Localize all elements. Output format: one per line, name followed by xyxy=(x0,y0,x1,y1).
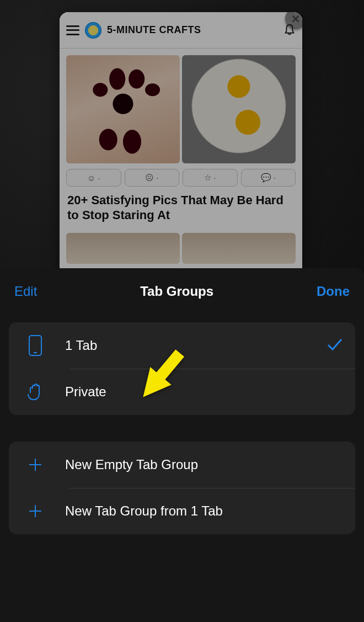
sheet-title: Tab Groups xyxy=(140,284,213,299)
bell-icon[interactable] xyxy=(283,23,296,38)
row-label: New Empty Tab Group xyxy=(50,457,343,472)
tab-group-row-tabs[interactable]: 1 Tab xyxy=(9,322,355,369)
tab-group-row-private[interactable]: Private xyxy=(9,369,355,415)
row-label: 1 Tab xyxy=(50,338,326,353)
done-button[interactable]: Done xyxy=(317,284,350,299)
preview-headline: 20+ Satisfying Pics That May Be Hard to … xyxy=(66,193,296,223)
react-comment[interactable]: 💬 · xyxy=(241,169,296,187)
preview-header: 5-MINUTE CRAFTS xyxy=(60,12,302,49)
preview-image-nails xyxy=(66,55,180,163)
hand-icon xyxy=(21,382,50,402)
checkmark-icon xyxy=(326,337,343,354)
plus-icon xyxy=(21,457,50,472)
sheet-header: Edit Tab Groups Done xyxy=(0,272,364,313)
preview-body: ☺ · ☹ · ☆ · 💬 · 20+ Satisfying Pics That… xyxy=(60,49,302,270)
new-tab-group-from-tabs[interactable]: New Tab Group from 1 Tab xyxy=(9,488,355,534)
preview-image-eggs xyxy=(182,55,296,163)
site-title: 5-MINUTE CRAFTS xyxy=(107,24,201,36)
row-label: New Tab Group from 1 Tab xyxy=(50,503,343,519)
tab-preview-card[interactable]: 5-MINUTE CRAFTS ☺ · ☹ · ☆ · 💬 · 20+ Sati… xyxy=(60,12,302,276)
site-logo-icon xyxy=(85,22,101,39)
tab-groups-sheet: Edit Tab Groups Done 1 Tab Private xyxy=(0,268,364,622)
tab-group-list: 1 Tab Private xyxy=(9,322,355,415)
react-sad[interactable]: ☹ · xyxy=(125,169,180,187)
react-star[interactable]: ☆ · xyxy=(183,169,238,187)
preview-reactions: ☺ · ☹ · ☆ · 💬 · xyxy=(66,169,296,187)
new-empty-tab-group[interactable]: New Empty Tab Group xyxy=(9,442,355,488)
phone-icon xyxy=(21,334,50,357)
plus-icon xyxy=(21,503,50,519)
new-tab-group-list: New Empty Tab Group New Tab Group from 1… xyxy=(9,442,355,534)
react-smile[interactable]: ☺ · xyxy=(66,169,121,187)
edit-button[interactable]: Edit xyxy=(14,284,37,299)
preview-more-images xyxy=(66,233,296,264)
menu-icon[interactable] xyxy=(66,25,79,35)
row-label: Private xyxy=(50,384,343,400)
